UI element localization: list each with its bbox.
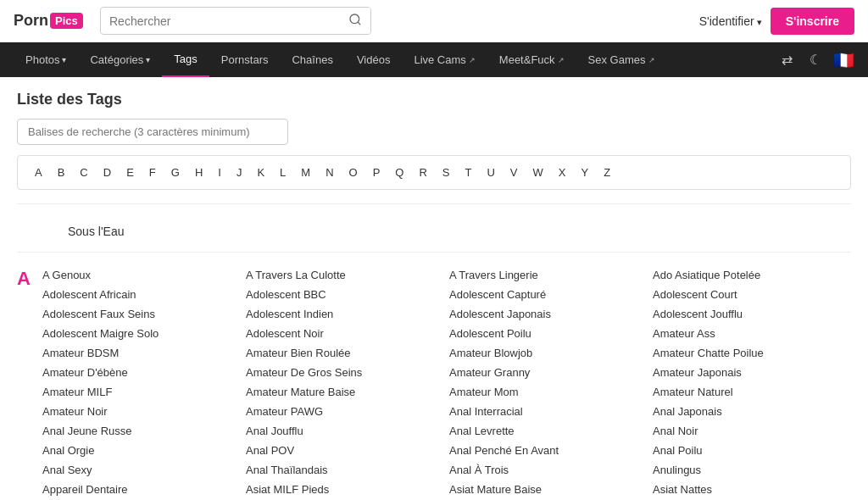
nav-item-chaines[interactable]: Chaînes	[280, 43, 344, 76]
tag-link[interactable]: Adolescent BBC	[246, 286, 449, 303]
alpha-item-c[interactable]: C	[73, 163, 94, 182]
tag-link[interactable]: Anulingus	[653, 461, 856, 479]
tag-link[interactable]: Anal POV	[246, 442, 449, 459]
alpha-item-m[interactable]: M	[294, 163, 317, 182]
tag-link[interactable]: Anal Jeune Russe	[42, 422, 246, 440]
tag-link[interactable]: Adolescent Court	[653, 286, 856, 303]
alpha-item-x[interactable]: X	[552, 163, 573, 182]
alpha-item-b[interactable]: B	[51, 163, 72, 182]
tag-link[interactable]: A Travers Lingerie	[449, 266, 653, 284]
tag-link[interactable]: Anal Poilu	[653, 442, 856, 459]
nav-item-categories[interactable]: Catégories ▾	[78, 43, 162, 76]
alpha-item-l[interactable]: L	[273, 163, 292, 182]
tag-link[interactable]: Asiat MILF Pieds	[246, 481, 449, 498]
livecams-sup: ↗	[469, 56, 476, 64]
tag-link[interactable]: A Genoux	[42, 266, 246, 284]
tag-link[interactable]: Amateur Naturel	[653, 383, 856, 401]
tag-link[interactable]: Amateur De Gros Seins	[246, 364, 449, 381]
tag-link[interactable]: Amateur Japonais	[653, 364, 856, 381]
tag-link[interactable]: Adolescent Japonais	[449, 305, 653, 323]
tag-link[interactable]: Adolescent Noir	[246, 325, 449, 342]
tag-link[interactable]: Adolescent Africain	[42, 286, 246, 303]
tag-link[interactable]: Anal Japonais	[653, 403, 856, 420]
alpha-item-f[interactable]: F	[142, 163, 163, 182]
tag-link[interactable]: Anal Thaïlandais	[246, 461, 449, 479]
tag-link[interactable]: Adolescent Maigre Solo	[42, 325, 246, 342]
alpha-item-z[interactable]: Z	[597, 163, 617, 182]
tag-link[interactable]: Anal Interracial	[449, 403, 653, 420]
tag-link[interactable]: Amateur MILF	[42, 383, 246, 401]
tag-link[interactable]: Anal Levrette	[449, 422, 653, 440]
tag-link[interactable]: A Travers La Culotte	[246, 266, 449, 284]
logo[interactable]: Porn Pics	[14, 12, 90, 30]
flag-icon[interactable]: 🇫🇷	[833, 50, 854, 70]
alpha-item-g[interactable]: G	[164, 163, 186, 182]
search-button[interactable]	[340, 8, 370, 34]
tag-link[interactable]: Amateur Granny	[449, 364, 653, 381]
alpha-item-s[interactable]: S	[436, 163, 457, 182]
tag-link[interactable]: Amateur Ass	[653, 325, 856, 342]
shuffle-icon[interactable]: ⇄	[776, 47, 798, 73]
alpha-item-v[interactable]: V	[504, 163, 525, 182]
search-input[interactable]	[101, 9, 340, 33]
featured-tag[interactable]: Sous l'Eau	[17, 225, 125, 238]
alpha-item-h[interactable]: H	[188, 163, 209, 182]
tag-link[interactable]: Anal Orgie	[42, 442, 246, 459]
alpha-item-t[interactable]: T	[459, 163, 479, 182]
tag-link[interactable]: Amateur Bien Roulée	[246, 344, 449, 362]
tag-link[interactable]: Anal Noir	[653, 422, 856, 440]
tag-link[interactable]: Adolescent Poilu	[449, 325, 653, 342]
alpha-item-y[interactable]: Y	[574, 163, 595, 182]
tag-link[interactable]: Amateur D'ébène	[42, 364, 246, 381]
tag-link[interactable]: Adolescent Capturé	[449, 286, 653, 303]
nav-item-pornstars[interactable]: Pornstars	[209, 43, 281, 76]
tag-link[interactable]: Ado Asiatique Potelée	[653, 266, 856, 284]
nav-item-meetfuck[interactable]: Meet&Fuck ↗	[487, 43, 576, 76]
tag-link[interactable]: Adolescent Faux Seins	[42, 305, 246, 323]
svg-point-0	[350, 14, 359, 24]
tag-link[interactable]: Amateur Mom	[449, 383, 653, 401]
alpha-item-a[interactable]: A	[28, 163, 49, 182]
tags-search-input[interactable]	[17, 119, 288, 145]
tag-link[interactable]: Amateur BDSM	[42, 344, 246, 362]
alpha-item-n[interactable]: N	[319, 163, 340, 182]
alpha-item-q[interactable]: Q	[388, 163, 410, 182]
tag-link[interactable]: Amateur Blowjob	[449, 344, 653, 362]
logo-pics: Pics	[50, 13, 83, 29]
alpha-item-i[interactable]: I	[211, 163, 228, 182]
alpha-item-d[interactable]: D	[97, 163, 118, 182]
tag-link[interactable]: Amateur Noir	[42, 403, 246, 420]
alpha-item-e[interactable]: E	[120, 163, 141, 182]
tag-link[interactable]: Anal Penché En Avant	[449, 442, 653, 459]
sexgames-sup: ↗	[648, 56, 655, 64]
content: Liste des Tags ABCDEFGHIJKLMNOPQRSTUVWXY…	[0, 77, 868, 500]
nav-item-livecams[interactable]: Live Cams ↗	[402, 43, 487, 76]
alpha-item-p[interactable]: P	[366, 163, 387, 182]
tag-link[interactable]: Anal Joufflu	[246, 422, 449, 440]
alpha-item-j[interactable]: J	[230, 163, 249, 182]
tag-link[interactable]: Amateur Chatte Poilue	[653, 344, 856, 362]
signin-link[interactable]: S'identifier	[699, 14, 762, 28]
tag-link[interactable]: Appareil Dentaire	[42, 481, 246, 498]
nav-item-videos[interactable]: Vidéos	[345, 43, 403, 76]
tag-link[interactable]: Amateur Mature Baise	[246, 383, 449, 401]
tag-link[interactable]: Asiat Nattes	[653, 481, 856, 498]
alpha-item-o[interactable]: O	[342, 163, 364, 182]
alpha-item-w[interactable]: W	[526, 163, 550, 182]
logo-porn: Porn	[14, 12, 48, 30]
tag-link[interactable]: Anal Sexy	[42, 461, 246, 479]
nav-item-tags[interactable]: Tags	[162, 42, 209, 77]
tag-link[interactable]: Adolescent Joufflu	[653, 305, 856, 323]
tag-link[interactable]: Adolescent Indien	[246, 305, 449, 323]
alpha-item-r[interactable]: R	[412, 163, 433, 182]
photos-arrow-icon: ▾	[62, 55, 66, 64]
alpha-item-k[interactable]: K	[250, 163, 271, 182]
nav-item-sexgames[interactable]: Sex Games ↗	[576, 43, 667, 76]
moon-icon[interactable]: ☾	[804, 47, 826, 73]
alpha-item-u[interactable]: U	[480, 163, 501, 182]
tag-link[interactable]: Amateur PAWG	[246, 403, 449, 420]
nav-item-photos[interactable]: Photos ▾	[14, 43, 78, 76]
tag-link[interactable]: Asiat Mature Baise	[449, 481, 653, 498]
signup-button[interactable]: S'inscrire	[771, 8, 854, 35]
tag-link[interactable]: Anal À Trois	[449, 461, 653, 479]
